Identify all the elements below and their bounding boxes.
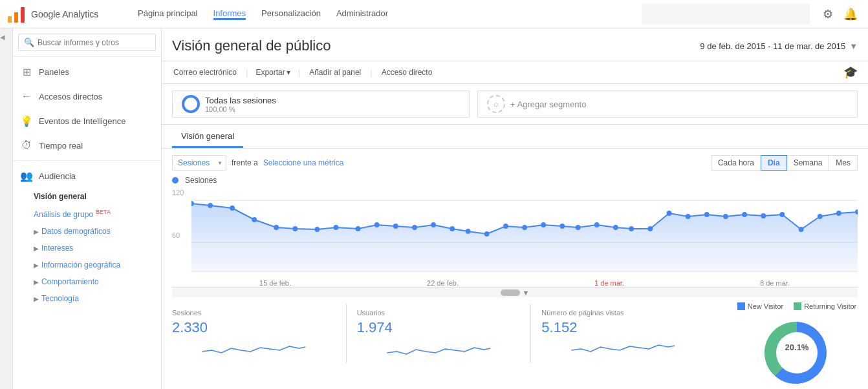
segment-name: Todas las sesiones	[205, 96, 276, 105]
metric-value-sesiones: 2.330	[172, 319, 336, 336]
mortarboard-icon: 🎓	[843, 66, 858, 79]
pie-legend-returning-visitor: Returning Visitor	[794, 302, 856, 310]
time-btn-semana[interactable]: Semana	[787, 155, 830, 171]
settings-icon[interactable]: ⚙	[823, 7, 833, 21]
time-buttons: Cada hora Día Semana Mes	[711, 155, 858, 171]
svg-point-19	[431, 222, 436, 227]
sidebar-subitem-comportamiento[interactable]: ▶Comportamiento	[13, 273, 161, 290]
add-segment-label: + Agregar segmento	[510, 100, 586, 109]
time-btn-mes[interactable]: Mes	[829, 155, 858, 171]
sidebar-subitem-vision-general[interactable]: Visión general	[13, 188, 161, 205]
legend-label-sessions: Sesiones	[185, 176, 217, 185]
add-segment-button[interactable]: ○ + Agregar segmento	[477, 90, 858, 118]
sidebar-item-inteligencia[interactable]: 💡 Eventos de Intelligence	[13, 109, 161, 133]
sidebar-subitem-intereses[interactable]: ▶Intereses	[13, 240, 161, 257]
nav-administrador[interactable]: Administrador	[336, 8, 388, 19]
chart-scrollbar[interactable]: ▼	[172, 287, 858, 297]
sidebar-divider-2	[13, 160, 161, 161]
lightbulb-icon: 💡	[21, 115, 32, 127]
direct-access-button[interactable]: Acceso directo	[380, 65, 434, 79]
svg-point-33	[686, 214, 691, 219]
sidebar-subitem-datos-demograficos[interactable]: ▶Datos demográficos	[13, 223, 161, 240]
svg-point-23	[503, 224, 508, 229]
add-panel-button[interactable]: Añadir al panel	[308, 65, 362, 79]
sparkline-paginas-vistas	[541, 339, 705, 358]
svg-point-41	[836, 211, 841, 216]
metric-dropdown[interactable]: Sesiones	[172, 155, 226, 171]
pie-legend-color-returning	[794, 302, 801, 310]
nav-personalizacion[interactable]: Personalización	[261, 8, 321, 19]
grid-icon: ⊞	[21, 66, 32, 78]
sidebar-label-audiencia: Audiencia	[39, 171, 76, 181]
sidebar-toggle[interactable]: ◀	[0, 28, 13, 389]
svg-point-25	[541, 222, 546, 227]
top-nav: Google Analytics Página principal Inform…	[0, 0, 868, 28]
sidebar-item-tiempo[interactable]: ⏱ Tiempo real	[13, 133, 161, 158]
svg-point-31	[647, 226, 653, 231]
sidebar-search-input[interactable]	[38, 38, 150, 47]
sidebar: 🔍 ⊞ Paneles ← Accesos directos 💡 Eventos…	[13, 28, 162, 389]
x-axis-labels: 15 de feb. 22 de feb. 1 de mar. 8 de mar…	[172, 278, 858, 287]
sidebar-label-inteligencia: Eventos de Intelligence	[39, 116, 125, 126]
vs-label: frente a	[232, 158, 258, 167]
sidebar-item-audiencia[interactable]: 👥 Audiencia	[13, 163, 161, 188]
bottom-section: Sesiones 2.330 Usuarios 1.974	[162, 297, 868, 389]
scrollbar-thumb[interactable]	[501, 289, 520, 296]
x-label-15feb: 15 de feb.	[259, 279, 291, 287]
tab-vision-general[interactable]: Visión general	[172, 125, 243, 148]
google-analytics-logo	[6, 5, 26, 24]
nav-search-box	[642, 4, 810, 25]
date-range-text: 9 de feb. de 2015 - 11 de mar. de 2015	[700, 41, 845, 51]
nav-pagina[interactable]: Página principal	[138, 8, 198, 19]
pie-legend-label-returning: Returning Visitor	[804, 302, 856, 310]
svg-point-17	[393, 224, 398, 229]
sidebar-subitem-analisis-grupo[interactable]: Análisis de grupo	[13, 205, 161, 223]
y-label-120: 120	[172, 189, 184, 196]
nav-informes[interactable]: Informes	[213, 8, 246, 20]
pie-chart-area: New Visitor Returning Visitor	[726, 297, 868, 389]
pie-legend: New Visitor Returning Visitor	[737, 302, 857, 310]
svg-point-28	[594, 222, 600, 227]
date-range-picker[interactable]: 9 de feb. de 2015 - 11 de mar. de 2015 ▼	[700, 41, 858, 51]
svg-point-20	[450, 226, 455, 231]
legend-dot-sessions	[172, 177, 179, 184]
sidebar-subitem-tecnologia[interactable]: ▶Tecnología	[13, 290, 161, 307]
app-name: Google Analytics	[31, 9, 98, 19]
export-button[interactable]: Exportar ▾	[255, 68, 290, 77]
sidebar-search-wrap[interactable]: 🔍	[18, 34, 156, 51]
search-icon: 🔍	[24, 37, 34, 47]
pie-legend-color-new	[737, 302, 745, 310]
svg-point-21	[466, 229, 471, 234]
sidebar-item-paneles[interactable]: ⊞ Paneles	[13, 59, 161, 84]
pie-legend-new-visitor: New Visitor	[737, 302, 783, 310]
svg-point-30	[629, 226, 634, 231]
metric-value-paginas-vistas: 5.152	[541, 319, 705, 336]
svg-point-10	[252, 217, 257, 222]
time-btn-dia[interactable]: Día	[761, 155, 787, 171]
time-btn-cada-hora[interactable]: Cada hora	[711, 155, 761, 171]
x-label-22feb: 22 de feb.	[427, 279, 459, 287]
metric-title-usuarios: Usuarios	[357, 309, 521, 317]
svg-point-29	[613, 225, 618, 230]
sidebar-label-paneles: Paneles	[39, 67, 69, 77]
svg-point-12	[292, 226, 298, 231]
svg-point-35	[723, 214, 728, 219]
sidebar-item-accesos[interactable]: ← Accesos directos	[13, 84, 161, 109]
main-nav: Página principal Informes Personalizació…	[118, 8, 642, 20]
sidebar-subitem-info-geografica[interactable]: ▶Información geográfica	[13, 257, 161, 273]
svg-point-32	[667, 211, 672, 216]
notifications-icon[interactable]: 🔔	[843, 7, 858, 21]
sessions-line-chart	[191, 187, 858, 278]
chart-area: Sesiones frente a Seleccione una métrica…	[162, 149, 868, 297]
pie-chart-svg: 20.1%	[752, 314, 842, 385]
email-button[interactable]: Correo electrónico	[172, 65, 238, 79]
metric-card-paginas-vistas: Número de páginas vistas 5.152	[531, 304, 715, 363]
sparkline-sesiones	[172, 339, 336, 358]
metric-title-sesiones: Sesiones	[172, 309, 336, 317]
svg-point-24	[522, 225, 527, 230]
metric-title-paginas-vistas: Número de páginas vistas	[541, 309, 705, 317]
metrics-left: Sesiones 2.330 Usuarios 1.974	[162, 297, 726, 363]
metrics-row: Sesiones 2.330 Usuarios 1.974	[162, 297, 726, 363]
select-metric-link[interactable]: Seleccione una métrica	[263, 158, 344, 167]
scroll-arrow-icon[interactable]: ▼	[523, 289, 530, 297]
